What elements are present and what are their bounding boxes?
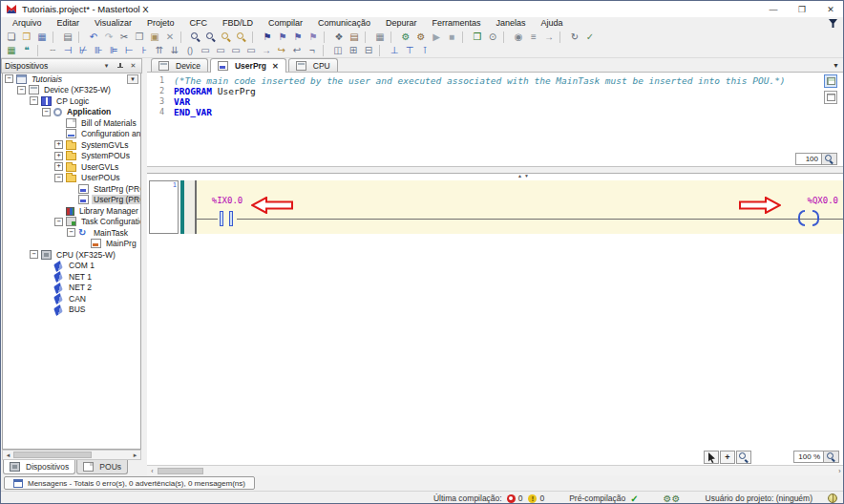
network-rung[interactable]: %IX0.0 %QX0.0 — [197, 180, 844, 234]
scroll-right-icon[interactable]: ▸ — [130, 451, 140, 459]
delete-button[interactable]: ✕ — [162, 31, 178, 44]
splitter-collapse-icon[interactable]: ▲▼ — [517, 173, 531, 178]
tree-item-userpous[interactable]: −UserPOUs — [3, 173, 140, 184]
panel-pin-icon[interactable] — [115, 61, 125, 72]
login-button[interactable]: ⚙ — [398, 31, 413, 44]
ld-zoom-icon[interactable] — [824, 451, 839, 463]
zoom-tool-button[interactable] — [736, 451, 751, 464]
insert-label-button[interactable]: ¬ — [305, 44, 320, 57]
select-tool-button[interactable] — [704, 451, 719, 464]
expand-icon[interactable]: + — [54, 140, 63, 149]
tree-item-bill-of-materials[interactable]: Bill of Materials — [3, 117, 140, 129]
scroll-left-icon[interactable]: ◂ — [3, 451, 13, 459]
tree-item-configuration-and-consu[interactable]: Configuration and Consu — [3, 129, 140, 140]
menu-janelas[interactable]: Janelas — [489, 17, 534, 30]
ld-horizontal-scrollbar[interactable]: ‹ › — [147, 465, 844, 475]
insert-assignment-button[interactable]: → — [259, 44, 274, 57]
open-project-button[interactable]: ❒ — [19, 31, 34, 44]
tree-item-mainprg[interactable]: MainPrg — [3, 239, 140, 250]
scroll-right-icon[interactable]: › — [834, 467, 844, 475]
insert-parallel-negated-button[interactable]: ⊫ — [106, 44, 121, 57]
tree-item-device-xf325-w[interactable]: −Device (XF325-W) — [3, 85, 140, 96]
collapse-icon[interactable]: − — [30, 250, 38, 259]
tree-item-label[interactable]: StartPrg (PRG) — [92, 184, 141, 194]
tab-overflow-icon[interactable]: ▼ — [833, 62, 839, 69]
st-zoom-value[interactable]: 100 — [795, 153, 822, 165]
undo-button[interactable]: ↶ — [86, 31, 101, 44]
tree-item-label[interactable]: Tutoriais — [30, 74, 64, 84]
clear-bookmarks-button[interactable]: ⚑ — [306, 31, 321, 44]
tree-item-label[interactable]: CPU (XF325-W) — [54, 250, 117, 260]
sidebar-tab-dispositivos[interactable]: Dispositivos — [3, 460, 75, 474]
previous-bookmark-button[interactable]: ⚑ — [290, 31, 306, 44]
collapse-icon[interactable]: − — [30, 96, 38, 105]
rebuild-button[interactable]: ▤ — [347, 31, 362, 44]
menu-compilar[interactable]: Compilar — [261, 17, 310, 30]
pan-tool-button[interactable]: + — [720, 451, 735, 464]
tab-close-icon[interactable]: ✕ — [272, 62, 279, 71]
insert-branch-below-button[interactable]: ⊺ — [417, 44, 433, 57]
insert-contact-left-button[interactable]: ⊦ — [137, 44, 152, 57]
tree-item-com-1[interactable]: COM 1 — [3, 261, 140, 272]
tree-item-label[interactable]: CAN — [67, 294, 88, 304]
textual-view-button[interactable] — [824, 74, 837, 88]
tree-item-label[interactable]: SystemPOUs — [79, 151, 132, 160]
maximize-button[interactable]: ❐ — [788, 1, 816, 17]
tree-item-systempous[interactable]: +SystemPOUs — [3, 151, 140, 162]
tree-item-label[interactable]: Device (XF325-W) — [42, 85, 113, 94]
tree-item-label[interactable]: UserPrg (PRG) — [92, 195, 141, 204]
replace-button[interactable] — [203, 31, 219, 44]
minimize-button[interactable]: — — [759, 1, 788, 17]
insert-empty-box-button[interactable]: ▭ — [228, 44, 243, 57]
tree-item-maintask[interactable]: −MainTask — [3, 227, 140, 239]
new-project-button[interactable]: ❏ — [4, 31, 19, 44]
tab-userprg[interactable]: UserPrg✕ — [210, 58, 286, 73]
collapse-icon[interactable]: − — [54, 174, 63, 182]
tree-item-cp-logic[interactable]: −CP Logic — [3, 95, 140, 107]
insert-branch-button[interactable]: ⊥ — [387, 44, 402, 57]
collapse-icon[interactable]: − — [67, 228, 75, 237]
scrollbar-thumb[interactable] — [158, 468, 203, 474]
paste-button[interactable]: ▣ — [147, 31, 162, 44]
tree-item-label[interactable]: SystemGVLs — [79, 140, 131, 150]
close-button[interactable]: ✕ — [816, 1, 844, 17]
insert-contact-right-button[interactable]: ⊢ — [121, 44, 137, 57]
panel-menu-icon[interactable]: ▾ — [101, 61, 112, 72]
sidebar-horizontal-scrollbar[interactable]: ◂ ▸ — [2, 450, 141, 460]
insert-contact-button[interactable]: ⊣ — [60, 44, 75, 57]
stop-button[interactable]: ■ — [444, 31, 459, 44]
copy-button[interactable]: ❐ — [132, 31, 147, 44]
tree-item-library-manager[interactable]: Library Manager — [3, 205, 140, 217]
view-network-button[interactable]: ◫ — [330, 44, 346, 57]
tree-item-label[interactable]: Configuration and Consu — [79, 129, 141, 138]
tree-item-net-1[interactable]: NET 1 — [3, 271, 140, 283]
tree-item-task-configuration[interactable]: −Task Configuration — [3, 217, 140, 228]
tab-cpu[interactable]: CPU — [288, 58, 338, 72]
tree-item-label[interactable]: UserPOUs — [79, 173, 122, 182]
tree-item-label[interactable]: MainPrg — [104, 239, 138, 248]
find-next-button[interactable] — [219, 31, 234, 44]
falling-edge-button[interactable]: ⇊ — [167, 44, 182, 57]
insert-return-button[interactable]: ↩ — [289, 44, 305, 57]
toggle-comment-state-button[interactable]: ❝ — [19, 44, 34, 57]
ld-zoom-value[interactable]: 100 % — [793, 451, 824, 463]
tree-item-label[interactable]: BUS — [67, 304, 87, 314]
st-zoom-icon[interactable] — [822, 153, 837, 165]
tab-device[interactable]: Device — [151, 58, 208, 72]
next-bookmark-button[interactable]: ⚑ — [275, 31, 290, 44]
tree-item-startprg-prg[interactable]: StartPrg (PRG) — [3, 183, 140, 195]
collapse-icon[interactable]: − — [5, 74, 13, 83]
toggle-bookmark-button[interactable]: ⚑ — [260, 31, 275, 44]
menu-depurar[interactable]: Depurar — [378, 17, 425, 30]
build-button[interactable]: ❖ — [331, 31, 347, 44]
tree-item-label[interactable]: Application — [65, 107, 113, 116]
tree-item-can[interactable]: CAN — [3, 293, 140, 304]
tree-item-label[interactable]: Library Manager — [77, 206, 140, 216]
collapse-icon[interactable]: − — [42, 108, 51, 116]
collapse-all-button[interactable]: ⊟ — [361, 44, 376, 57]
menu-ferramentas[interactable]: Ferramentas — [425, 17, 489, 30]
menu-projeto[interactable]: Projeto — [139, 17, 182, 30]
tree-item-label[interactable]: COM 1 — [67, 261, 96, 270]
refresh-button[interactable]: ↻ — [567, 31, 582, 44]
menu-editar[interactable]: Editar — [50, 17, 88, 30]
